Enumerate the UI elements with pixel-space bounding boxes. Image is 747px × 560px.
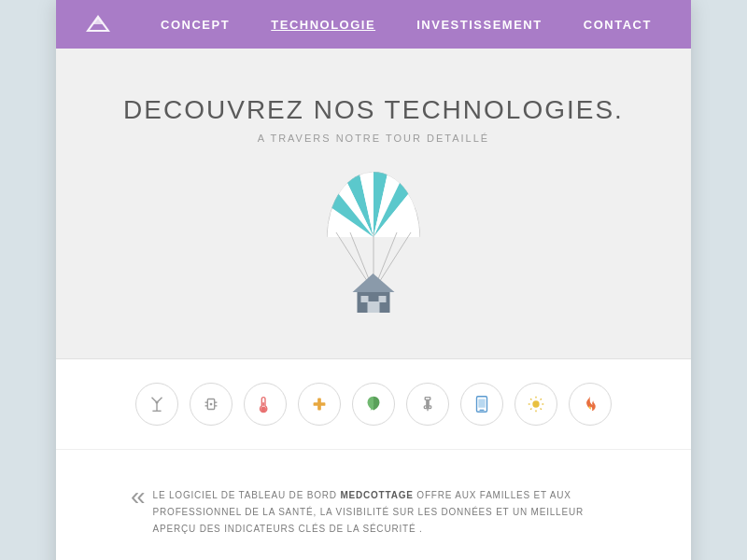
svg-point-26 bbox=[210, 403, 213, 406]
tablet-icon-circle[interactable] bbox=[460, 383, 503, 426]
svg-line-45 bbox=[541, 409, 542, 410]
hero-section: DECOUVREZ NOS TECHNOLOGIES. A TRAVERS NO… bbox=[56, 49, 691, 359]
svg-rect-13 bbox=[368, 301, 380, 313]
svg-rect-38 bbox=[478, 399, 485, 408]
svg-rect-14 bbox=[361, 296, 369, 302]
nav-link-technologie[interactable]: TECHNOLOGIE bbox=[271, 18, 375, 32]
svg-rect-32 bbox=[425, 398, 430, 400]
nav-link-investissement[interactable]: INVESTISSEMENT bbox=[416, 18, 542, 32]
svg-marker-12 bbox=[353, 273, 395, 292]
svg-line-47 bbox=[530, 409, 531, 410]
alert-icon-circle[interactable] bbox=[514, 383, 557, 426]
nav-item-technologie[interactable]: TECHNOLOGIE bbox=[271, 16, 375, 33]
house-icon bbox=[348, 266, 400, 321]
quote-mark: « bbox=[131, 483, 146, 510]
nav-item-contact[interactable]: CONTACT bbox=[584, 16, 652, 33]
medical-icon-circle[interactable] bbox=[298, 383, 341, 426]
hero-subtitle: A TRAVERS NOTRE TOUR DETAILLÉ bbox=[75, 133, 672, 144]
svg-rect-30 bbox=[314, 402, 326, 406]
page-wrapper: CONCEPT TECHNOLOGIE INVESTISSEMENT CONTA… bbox=[56, 0, 691, 560]
fire-icon-circle[interactable] bbox=[569, 383, 612, 426]
nav-link-concept[interactable]: CONCEPT bbox=[161, 18, 230, 32]
nav-links: CONCEPT TECHNOLOGIE INVESTISSEMENT CONTA… bbox=[140, 16, 672, 33]
leaf-icon-circle[interactable] bbox=[352, 383, 395, 426]
svg-rect-15 bbox=[379, 296, 387, 302]
svg-point-27 bbox=[261, 407, 266, 413]
parachute-container bbox=[317, 172, 430, 321]
quote-text-part1: LE LOGICIEL DE TABLEAU DE BORD bbox=[153, 490, 341, 500]
svg-line-46 bbox=[541, 399, 542, 399]
usb-icon-circle[interactable] bbox=[406, 383, 449, 426]
parachute-dome bbox=[327, 172, 420, 237]
quote-section: « LE LOGICIEL DE TABLEAU DE BORD MEDCOTT… bbox=[56, 450, 691, 560]
nav-item-concept[interactable]: CONCEPT bbox=[161, 16, 230, 33]
svg-rect-33 bbox=[426, 399, 430, 408]
quote-text: LE LOGICIEL DE TABLEAU DE BORD MEDCOTTAG… bbox=[153, 487, 616, 538]
nav-item-investissement[interactable]: INVESTISSEMENT bbox=[416, 16, 542, 33]
svg-point-39 bbox=[532, 400, 539, 407]
nav-link-contact[interactable]: CONTACT bbox=[584, 18, 652, 32]
antenna-icon-circle[interactable] bbox=[135, 383, 178, 426]
nav-logo[interactable] bbox=[75, 13, 121, 35]
svg-line-44 bbox=[530, 399, 531, 399]
icons-row bbox=[56, 359, 691, 450]
hero-title: DECOUVREZ NOS TECHNOLOGIES. bbox=[75, 95, 672, 125]
thermometer-icon-circle[interactable] bbox=[244, 383, 287, 426]
quote-brand: MEDCOTTAGE bbox=[340, 490, 413, 500]
quote-container: « LE LOGICIEL DE TABLEAU DE BORD MEDCOTT… bbox=[131, 487, 616, 538]
navbar: CONCEPT TECHNOLOGIE INVESTISSEMENT CONTA… bbox=[56, 0, 691, 49]
logo-icon bbox=[84, 13, 112, 35]
parachute-illustration bbox=[75, 172, 672, 321]
sensor-icon-circle[interactable] bbox=[190, 383, 233, 426]
svg-point-19 bbox=[156, 401, 159, 404]
